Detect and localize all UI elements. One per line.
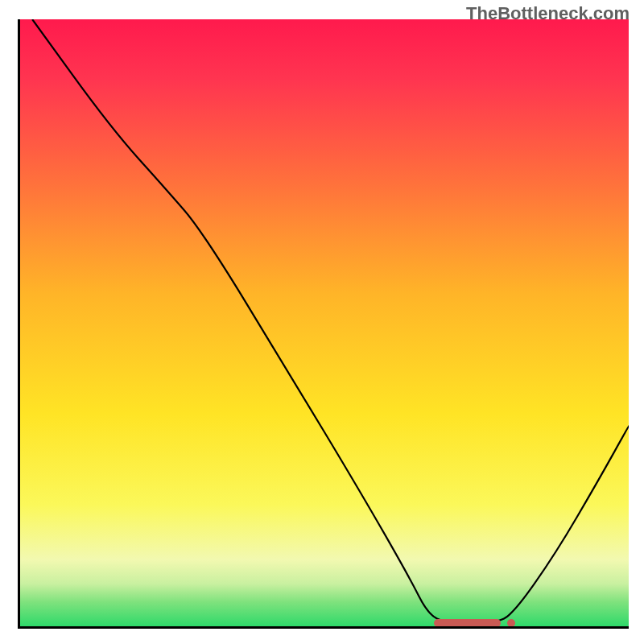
bottleneck-curve (20, 19, 629, 626)
watermark-text: TheBottleneck.com (466, 3, 630, 24)
chart-container: TheBottleneck.com (0, 0, 644, 644)
plot-area (18, 19, 629, 629)
trough-marker-bar (434, 619, 501, 627)
